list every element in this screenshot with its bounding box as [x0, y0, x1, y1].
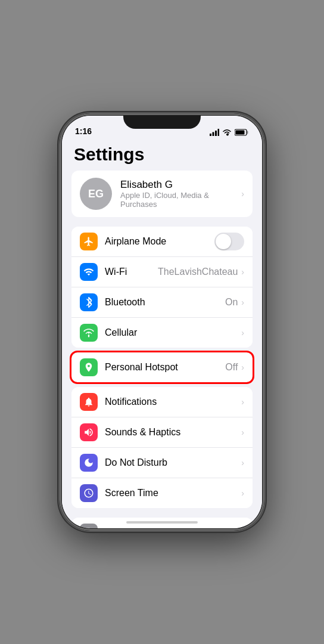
profile-name: Elisabeth G [120, 179, 241, 191]
bluetooth-value: On [225, 297, 238, 308]
bluetooth-chevron: › [241, 298, 244, 307]
airplane-label: Airplane Mode [105, 236, 214, 247]
airplane-mode-row[interactable]: Airplane Mode [71, 227, 253, 257]
airplane-icon [80, 233, 98, 250]
screentime-label: Screen Time [105, 488, 241, 499]
hotspot-highlighted[interactable]: Personal Hotspot Off › [71, 352, 253, 382]
dnd-icon [80, 454, 98, 472]
status-icons [210, 129, 249, 136]
general-label: General [105, 527, 241, 528]
hotspot-row[interactable]: Personal Hotspot Off › [71, 352, 253, 382]
svg-rect-1 [213, 132, 214, 137]
airplane-toggle[interactable] [214, 233, 244, 250]
dnd-chevron: › [241, 458, 244, 467]
bluetooth-icon [80, 293, 98, 311]
profile-info: Elisabeth G Apple ID, iCloud, Media & Pu… [120, 179, 241, 209]
signal-icon [210, 129, 219, 136]
wifi-chevron: › [241, 267, 244, 277]
battery-icon [235, 129, 249, 136]
content: Settings EG Elisabeth G Apple ID, iCloud… [62, 140, 262, 528]
profile-subtitle: Apple ID, iCloud, Media & Purchases [120, 191, 241, 209]
wifi-icon [222, 129, 232, 136]
sounds-chevron: › [241, 428, 244, 437]
screentime-icon [80, 484, 98, 502]
general-chevron: › [241, 528, 244, 528]
svg-rect-8 [88, 335, 89, 338]
hotspot-icon [80, 358, 98, 376]
profile-group[interactable]: EG Elisabeth G Apple ID, iCloud, Media &… [71, 171, 253, 217]
screentime-chevron: › [241, 488, 244, 498]
status-time: 1:16 [75, 126, 92, 136]
cellular-row[interactable]: Cellular › [71, 318, 253, 348]
wifi-settings-icon [80, 263, 98, 281]
wifi-row[interactable]: Wi-Fi TheLavishChateau › [71, 257, 253, 287]
screentime-row[interactable]: Screen Time › [71, 478, 253, 508]
notifications-chevron: › [241, 397, 244, 407]
svg-rect-2 [215, 131, 217, 136]
notch [123, 113, 201, 129]
svg-rect-6 [236, 131, 245, 135]
svg-rect-5 [247, 131, 248, 134]
cellular-icon [80, 324, 98, 342]
dnd-row[interactable]: Do Not Disturb › [71, 448, 253, 478]
notifications-label: Notifications [105, 397, 241, 407]
wifi-label: Wi-Fi [105, 267, 158, 277]
general-icon [80, 524, 98, 528]
bluetooth-label: Bluetooth [105, 297, 225, 308]
cellular-label: Cellular [105, 327, 241, 338]
hotspot-value: Off [225, 362, 238, 373]
page-title: Settings [62, 140, 262, 171]
home-indicator [126, 521, 198, 524]
wifi-value: TheLavishChateau [158, 267, 238, 277]
phone-frame: 1:16 [60, 113, 264, 531]
screen: 1:16 [62, 116, 262, 528]
connectivity-group: Airplane Mode Wi-Fi TheLavishChateau › [71, 227, 253, 348]
sounds-row[interactable]: Sounds & Haptics › [71, 417, 253, 448]
profile-chevron: › [241, 189, 244, 199]
svg-rect-0 [210, 134, 211, 136]
avatar: EG [80, 178, 112, 210]
notifications-icon [80, 393, 98, 411]
cellular-chevron: › [241, 328, 244, 338]
bluetooth-row[interactable]: Bluetooth On › [71, 287, 253, 318]
hotspot-label: Personal Hotspot [105, 362, 225, 373]
sounds-icon [80, 423, 98, 441]
sounds-label: Sounds & Haptics [105, 427, 241, 438]
dnd-label: Do Not Disturb [105, 457, 241, 468]
notifications-row[interactable]: Notifications › [71, 387, 253, 417]
hotspot-chevron: › [241, 363, 244, 372]
svg-rect-3 [218, 129, 220, 136]
profile-row[interactable]: EG Elisabeth G Apple ID, iCloud, Media &… [71, 171, 253, 217]
notifications-group: Notifications › Sounds & Haptics › [71, 387, 253, 508]
